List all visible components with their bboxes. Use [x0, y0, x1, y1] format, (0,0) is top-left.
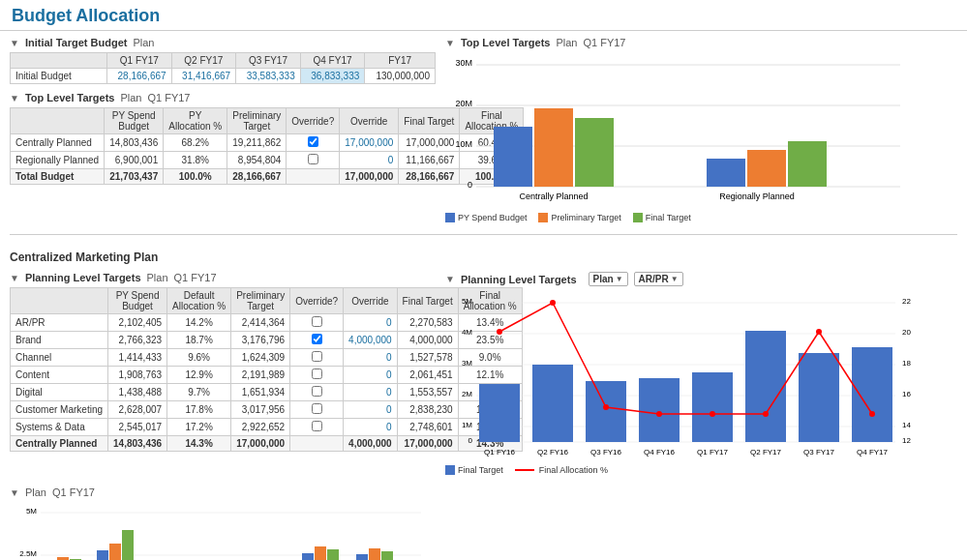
tl-col-override: Override: [340, 108, 399, 134]
top-level-chart: 30M 20M 10M 0: [445, 52, 957, 222]
top-level-collapse[interactable]: ▼: [10, 93, 19, 103]
pt-default-total: 14.3%: [167, 436, 231, 452]
pt-py-content: 1,908,763: [108, 367, 167, 384]
xl-q3fy17: Q3 FY17: [803, 448, 835, 457]
b-custmkt-final: [327, 549, 339, 560]
cp-final-bar: [575, 118, 614, 187]
pt-override-q-total: [290, 436, 344, 452]
bottom-left-chart-area: 5M 2.5M 0 AR/PR: [10, 502, 436, 560]
col-q3: Q3 FY17: [236, 53, 301, 69]
pt-check-content[interactable]: [312, 368, 322, 379]
pt-py-sysdata: 2,545,017: [108, 419, 167, 436]
planning-table-period: Q1 FY17: [174, 272, 217, 283]
chart-collapse[interactable]: ▼: [445, 38, 455, 48]
pt-override-q-brand[interactable]: [290, 332, 344, 349]
channel-dropdown[interactable]: AR/PR ▼: [634, 272, 683, 286]
initial-budget-q4[interactable]: 36,833,333: [300, 69, 365, 84]
tl-col-py-spend: PY SpendBudget: [105, 108, 164, 134]
plan-dropdown[interactable]: Plan ▼: [589, 272, 628, 286]
planning-left: ▼ Planning Level Targets Plan Q1 FY17 PY…: [10, 272, 436, 475]
pc-legend-alloc: Final Allocation %: [515, 465, 608, 475]
planning-collapse[interactable]: ▼: [10, 273, 19, 283]
main-content: ▼ Initial Target Budget Plan Q1 FY17 Q2 …: [0, 31, 967, 560]
pt-override-q-digital[interactable]: [290, 384, 344, 401]
pt-override-q-content[interactable]: [290, 367, 344, 384]
pt-check-brand[interactable]: [312, 334, 322, 344]
dot-q4fy16: [656, 411, 662, 417]
bar-q1fy16: [479, 384, 520, 442]
xl-q3fy16: Q3 FY16: [590, 448, 622, 457]
pt-check-channel[interactable]: [312, 351, 322, 362]
pt-override-q-sysdata[interactable]: [290, 419, 344, 436]
pt-override-arpr: 0: [344, 314, 398, 332]
pt-check-sysdata[interactable]: [312, 421, 322, 431]
channel-dropdown-label: AR/PR: [639, 274, 669, 284]
pt-label-custmkt: Customer Marketing: [11, 401, 108, 419]
dot-q3fy17: [816, 329, 822, 335]
top-level-legend: PY Spend Budget Preliminary Target Final…: [445, 213, 957, 222]
cmp-header: Centralized Marketing Plan: [10, 251, 957, 264]
b-custmkt-prelim: [315, 546, 326, 560]
bcl-plan: Plan: [25, 486, 46, 498]
xl-q4fy17: Q4 FY17: [857, 448, 889, 457]
tl-override-check-regionally[interactable]: [308, 154, 318, 164]
b-sysdata-final: [381, 551, 393, 560]
tl-override-q-regionally[interactable]: [287, 152, 340, 169]
top-level-chart-header: ▼ Top Level Targets Plan Q1 FY17: [445, 37, 957, 48]
collapse-icon[interactable]: ▼: [10, 38, 19, 48]
left-panel: ▼ Initial Target Budget Plan Q1 FY17 Q2 …: [10, 37, 436, 222]
tl-label-total: Total Budget: [11, 169, 105, 185]
yr-18: 18: [902, 359, 911, 368]
top-level-period: Q1 FY17: [147, 92, 190, 103]
pt-override-q-custmkt[interactable]: [290, 401, 344, 419]
b-brand-prelim: [109, 544, 121, 560]
legend-prelim: Preliminary Target: [538, 213, 620, 222]
pt-default-digital: 9.7%: [167, 384, 231, 401]
initial-budget-section: ▼ Initial Target Budget Plan Q1 FY17 Q2 …: [10, 37, 436, 84]
tl-override-q-centrally[interactable]: [287, 134, 340, 152]
top-level-chart-panel: ▼ Top Level Targets Plan Q1 FY17 30M 20M…: [445, 37, 957, 222]
planning-chart-legend: Final Target Final Allocation %: [445, 465, 957, 475]
initial-budget-q2[interactable]: 31,416,667: [171, 69, 236, 84]
pt-override-channel: 0: [344, 349, 398, 367]
tl-override-check-centrally[interactable]: [308, 136, 318, 147]
yr-22: 22: [902, 297, 911, 306]
pt-check-arpr[interactable]: [312, 316, 322, 327]
initial-budget-q1[interactable]: 28,166,667: [107, 69, 172, 84]
yl-3m: 3M: [462, 359, 472, 368]
top-row: ▼ Initial Target Budget Plan Q1 FY17 Q2 …: [10, 37, 957, 222]
pt-prelim-brand: 3,176,796: [231, 332, 290, 349]
col-q1: Q1 FY17: [107, 53, 172, 69]
top-level-title: Top Level Targets: [25, 92, 115, 103]
xl-q1fy17: Q1 FY17: [697, 448, 729, 457]
col-q2: Q2 FY17: [171, 53, 236, 69]
planning-chart-collapse[interactable]: ▼: [445, 274, 455, 284]
planning-combo-chart: 5M 4M 3M 2M 1M 0 22 20 18 16 14 12: [445, 290, 957, 475]
pt-override-total: 4,000,000: [344, 436, 398, 452]
initial-budget-q3[interactable]: 33,583,333: [236, 69, 301, 84]
b-sysdata-prelim: [369, 548, 380, 560]
tl-py-total: 21,703,437: [105, 169, 164, 185]
pt-col-override-q: Override?: [290, 288, 344, 314]
tl-pyalloc-total: 100.0%: [164, 169, 227, 185]
pt-override-q-arpr[interactable]: [290, 314, 344, 332]
pt-prelim-total: 17,000,000: [231, 436, 290, 452]
pt-label-brand: Brand: [11, 332, 108, 349]
pt-override-brand: 4,000,000: [344, 332, 398, 349]
legend-py-dot: [445, 213, 455, 222]
legend-py-label: PY Spend Budget: [458, 213, 527, 222]
bcl-collapse[interactable]: ▼: [10, 487, 19, 498]
byl-25m: 2.5M: [19, 549, 37, 558]
pt-py-digital: 1,438,488: [108, 384, 167, 401]
tl-prelim-total: 28,166,667: [227, 169, 287, 185]
bottom-left-svg: 5M 2.5M 0 AR/PR: [10, 502, 426, 560]
pt-check-custmkt[interactable]: [312, 403, 322, 414]
pt-col-py: PY SpendBudget: [108, 288, 167, 314]
page-header: Budget Allocation: [0, 0, 967, 31]
b-brand-final: [122, 530, 134, 560]
pt-override-q-channel[interactable]: [290, 349, 344, 367]
rp-label: Regionally Planned: [719, 192, 795, 201]
yl-0: 0: [468, 436, 473, 445]
pt-check-digital[interactable]: [312, 386, 322, 397]
top-level-section: ▼ Top Level Targets Plan Q1 FY17 PY Spen…: [10, 92, 436, 185]
